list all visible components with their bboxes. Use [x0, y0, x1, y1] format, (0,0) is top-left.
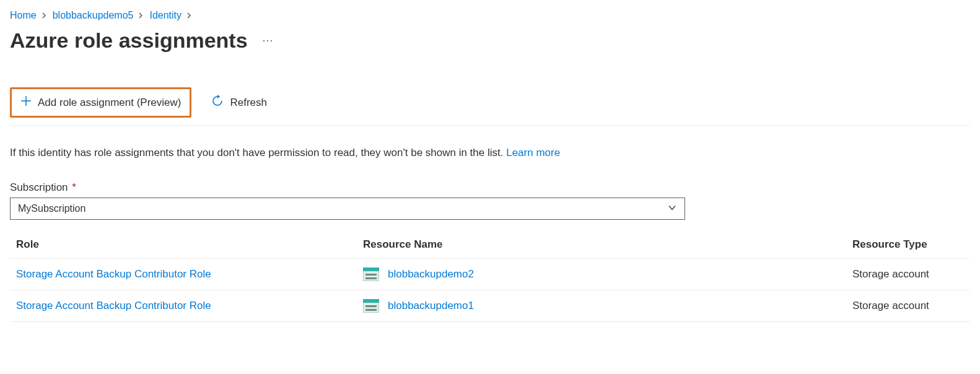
breadcrumb-resource[interactable]: blobbackupdemo5 — [53, 10, 134, 21]
more-actions-button[interactable]: ··· — [260, 32, 276, 50]
role-assignments-table: Role Resource Name Resource Type Storage… — [10, 231, 970, 322]
refresh-button[interactable]: Refresh — [203, 89, 276, 116]
role-link[interactable]: Storage Account Backup Contributor Role — [16, 300, 211, 311]
breadcrumb-identity[interactable]: Identity — [149, 10, 182, 21]
learn-more-link[interactable]: Learn more — [506, 147, 560, 159]
subscription-label: Subscription * — [10, 181, 970, 194]
resource-name-link[interactable]: blobbackupdemo1 — [388, 300, 474, 312]
add-role-assignment-label: Add role assignment (Preview) — [38, 97, 181, 109]
resource-type-cell: Storage account — [846, 259, 970, 290]
storage-account-icon — [363, 267, 379, 281]
resource-type-cell: Storage account — [846, 290, 970, 322]
required-marker: * — [72, 181, 76, 193]
chevron-right-icon — [138, 11, 144, 20]
storage-account-icon — [363, 299, 379, 313]
chevron-right-icon — [42, 11, 48, 20]
info-text: If this identity has role assignments th… — [10, 147, 970, 159]
table-row: Storage Account Backup Contributor Role … — [10, 259, 970, 290]
column-header-resource-type[interactable]: Resource Type — [846, 231, 970, 259]
subscription-label-text: Subscription — [10, 181, 68, 193]
refresh-icon — [211, 95, 224, 110]
add-role-assignment-button[interactable]: Add role assignment (Preview) — [10, 87, 191, 118]
info-text-body: If this identity has role assignments th… — [10, 147, 506, 159]
chevron-right-icon — [186, 11, 193, 20]
plus-icon — [20, 95, 32, 110]
page-title: Azure role assignments — [10, 28, 248, 53]
role-link[interactable]: Storage Account Backup Contributor Role — [16, 268, 211, 280]
toolbar: Add role assignment (Preview) Refresh — [10, 87, 970, 126]
column-header-role[interactable]: Role — [10, 231, 357, 259]
subscription-select[interactable]: MySubscription — [10, 198, 685, 220]
table-row: Storage Account Backup Contributor Role … — [10, 290, 970, 322]
breadcrumb: Home blobbackupdemo5 Identity — [10, 10, 970, 21]
refresh-label: Refresh — [230, 97, 267, 109]
column-header-resource-name[interactable]: Resource Name — [357, 231, 846, 259]
resource-name-link[interactable]: blobbackupdemo2 — [388, 268, 474, 280]
breadcrumb-home[interactable]: Home — [10, 10, 37, 21]
